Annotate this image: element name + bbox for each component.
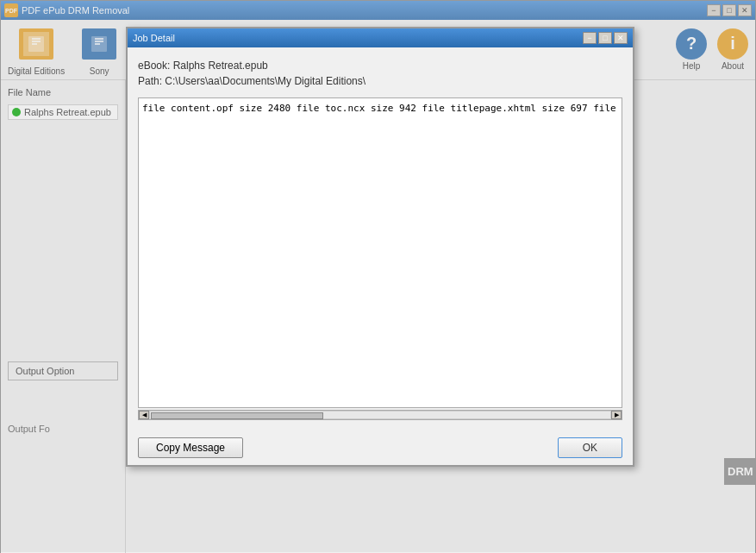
scroll-thumb[interactable] <box>151 412 323 419</box>
path-label: Path: C:\Users\aa\Documents\My Digital E… <box>138 73 622 89</box>
dialog-content: eBook: Ralphs Retreat.epub Path: C:\User… <box>128 47 633 430</box>
app-window: PDF PDF ePub DRM Removal − □ ✕ <box>0 0 756 553</box>
dialog-title-bar: Job Detail − □ ✕ <box>128 28 633 47</box>
scroll-right-button[interactable]: ▶ <box>611 411 622 419</box>
dialog-close-button[interactable]: ✕ <box>614 32 628 44</box>
dialog-controls: − □ ✕ <box>583 32 628 44</box>
horizontal-scrollbar[interactable]: ◀ ▶ <box>138 410 622 420</box>
log-area[interactable]: file content.opf size 2480 file toc.ncx … <box>138 97 622 408</box>
dialog-ebook-info: eBook: Ralphs Retreat.epub Path: C:\User… <box>138 58 622 89</box>
scroll-left-button[interactable]: ◀ <box>139 411 149 419</box>
ok-button[interactable]: OK <box>558 437 622 458</box>
ebook-label: eBook: Ralphs Retreat.epub <box>138 58 622 73</box>
dialog-minimize-button[interactable]: − <box>583 32 597 44</box>
dialog-maximize-button[interactable]: □ <box>598 32 612 44</box>
dialog-title: Job Detail <box>133 33 583 43</box>
dialog-footer: Copy Message OK <box>128 430 633 465</box>
job-detail-dialog: Job Detail − □ ✕ eBook: Ralphs Retreat.e… <box>126 27 634 467</box>
scroll-track <box>149 411 611 419</box>
copy-message-button[interactable]: Copy Message <box>138 437 243 458</box>
